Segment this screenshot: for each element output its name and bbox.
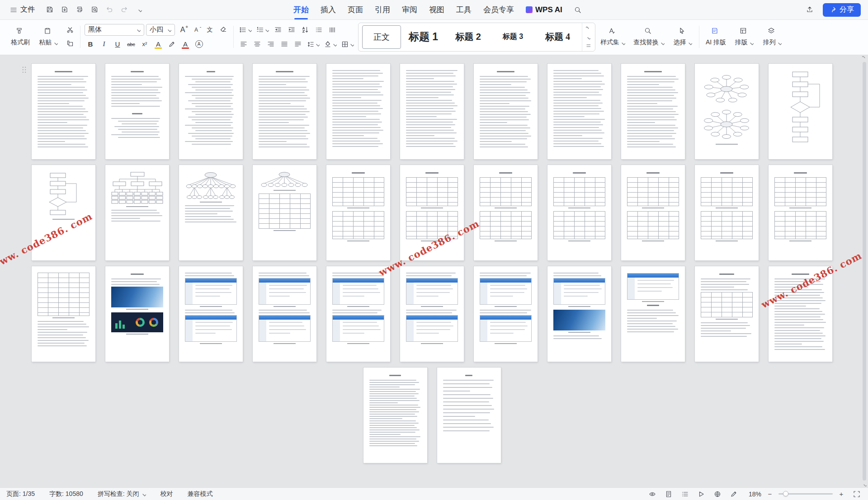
page-thumbnail-table[interactable] (621, 165, 685, 260)
tab-insert[interactable]: 插入 (315, 0, 342, 19)
page-thumbnail-er[interactable] (695, 64, 759, 159)
page-thumbnail-table[interactable] (474, 165, 538, 260)
word-count[interactable]: 字数: 10580 (49, 490, 83, 498)
style-set-button[interactable]: 样式集 (598, 26, 627, 47)
vertical-scrollbar[interactable] (862, 56, 867, 486)
find-replace-button[interactable]: 查找替换 (631, 26, 667, 47)
page-thumbnail-abstract[interactable] (105, 64, 169, 159)
zoom-slider[interactable] (778, 493, 833, 495)
scroll-down-icon[interactable] (862, 482, 867, 486)
font-size-select[interactable]: 小四 (146, 24, 175, 36)
tab-view[interactable]: 视图 (423, 0, 450, 19)
translate-button[interactable] (712, 489, 722, 499)
tab-tools[interactable]: 工具 (450, 0, 477, 19)
columns-button[interactable] (326, 24, 338, 36)
align-justify-button[interactable] (278, 38, 290, 50)
shading-button[interactable] (323, 38, 338, 50)
spell-check-status[interactable]: 拼写检查: 关闭 (98, 490, 146, 498)
page-thumbnail-shot2[interactable] (179, 266, 243, 362)
tab-review[interactable]: 审阅 (396, 0, 423, 19)
bold-button[interactable] (85, 38, 96, 50)
font-color-button[interactable] (179, 38, 191, 50)
bullet-list-button[interactable] (238, 24, 253, 36)
page-thumbnail-text[interactable] (326, 64, 390, 159)
zoom-slider-thumb[interactable] (783, 491, 788, 496)
page-thumbnail-shot-text[interactable] (621, 266, 685, 362)
zoom-out-button[interactable] (766, 490, 774, 498)
decrease-font-size-button[interactable] (190, 24, 202, 36)
page-view-button[interactable] (664, 489, 674, 499)
italic-button[interactable] (98, 38, 110, 50)
page-thumbnail-shot2[interactable] (474, 266, 538, 362)
page-thumbnail-shot2[interactable] (326, 266, 390, 362)
play-presentation-button[interactable] (696, 489, 706, 499)
paste-button[interactable]: 粘贴 (36, 26, 61, 47)
decrease-indent-button[interactable] (272, 24, 284, 36)
annotate-button[interactable] (729, 489, 739, 499)
save-button[interactable] (44, 4, 56, 16)
gallery-scroll-down-button[interactable] (584, 33, 592, 40)
page-thumbnail-text-table[interactable] (695, 266, 759, 362)
superscript-button[interactable] (139, 38, 151, 50)
page-thumbnail-text-h[interactable] (621, 64, 685, 159)
print-button[interactable] (74, 4, 85, 16)
page-thumbnail-text[interactable] (400, 64, 464, 159)
page-thumbnail-fantree[interactable] (179, 165, 243, 260)
highlight-pen-button[interactable] (166, 38, 178, 50)
style-heading-4[interactable]: 标题 4 (535, 25, 580, 49)
share-button[interactable]: 分享 (823, 3, 861, 17)
redo-button[interactable] (118, 4, 130, 16)
page-thumbnail-orgchart[interactable] (105, 165, 169, 260)
align-right-button[interactable] (265, 38, 277, 50)
align-distribute-button[interactable] (292, 38, 304, 50)
page-thumbnail-fantree-table[interactable] (253, 165, 316, 260)
outline-view-button[interactable] (680, 489, 690, 499)
line-spacing-button[interactable] (306, 38, 321, 50)
page-thumbnail-text-h[interactable] (32, 64, 95, 159)
numbered-list-button[interactable] (255, 24, 270, 36)
format-painter-button[interactable]: 格式刷 (8, 26, 33, 47)
document-canvas[interactable]: www. code386. com www. code386. com www.… (0, 55, 868, 487)
tab-home[interactable]: 开始 (288, 0, 315, 19)
drag-handle-dots-icon[interactable] (22, 66, 27, 74)
increase-indent-button[interactable] (286, 24, 297, 36)
underline-button[interactable] (112, 38, 123, 50)
upload-cloud-button[interactable] (804, 4, 816, 16)
customize-quick-access-button[interactable] (133, 4, 145, 16)
page-thumbnail-table[interactable] (326, 165, 390, 260)
page-thumbnail-shot-photo[interactable] (547, 266, 611, 362)
page-thumbnail-thanks[interactable] (437, 368, 501, 463)
page-thumbnail-flow[interactable] (769, 64, 832, 159)
proofread-button[interactable]: 校对 (160, 490, 173, 498)
compatibility-mode-badge[interactable]: 兼容模式 (188, 490, 213, 498)
export-pdf-button[interactable] (59, 4, 71, 16)
borders-button[interactable] (340, 38, 355, 50)
copy-button[interactable] (64, 38, 76, 50)
show-marks-button[interactable] (313, 24, 325, 36)
page-thumbnail-text-h[interactable] (474, 64, 538, 159)
zoom-in-button[interactable] (837, 490, 845, 498)
eye-protection-button[interactable] (647, 489, 657, 499)
undo-button[interactable] (104, 4, 115, 16)
page-thumbnail-table-text[interactable] (32, 266, 95, 362)
style-heading-2[interactable]: 标题 2 (446, 25, 491, 49)
arrange-button[interactable]: 排列 (760, 26, 784, 47)
character-border-button[interactable] (193, 38, 205, 50)
font-name-select[interactable]: 黑体 (85, 24, 144, 36)
page-thumbnail-table[interactable] (695, 165, 759, 260)
style-heading-1[interactable]: 标题 1 (401, 25, 446, 49)
align-left-button[interactable] (238, 38, 250, 50)
page-thumbnail-text[interactable] (547, 64, 611, 159)
align-center-button[interactable] (251, 38, 263, 50)
gallery-scroll-up-button[interactable] (584, 25, 592, 32)
page-thumbnail-shot2[interactable] (400, 266, 464, 362)
page-thumbnail-text-h[interactable] (253, 64, 316, 159)
strikethrough-button[interactable] (125, 38, 137, 50)
sort-button[interactable] (299, 24, 311, 36)
page-thumbnail-refs[interactable] (363, 368, 427, 463)
increase-font-size-button[interactable] (177, 24, 189, 36)
highlight-color-button[interactable] (152, 38, 164, 50)
scroll-up-icon[interactable] (862, 56, 867, 61)
style-heading-3[interactable]: 标题 3 (491, 25, 535, 49)
clear-formatting-button[interactable] (217, 24, 229, 36)
